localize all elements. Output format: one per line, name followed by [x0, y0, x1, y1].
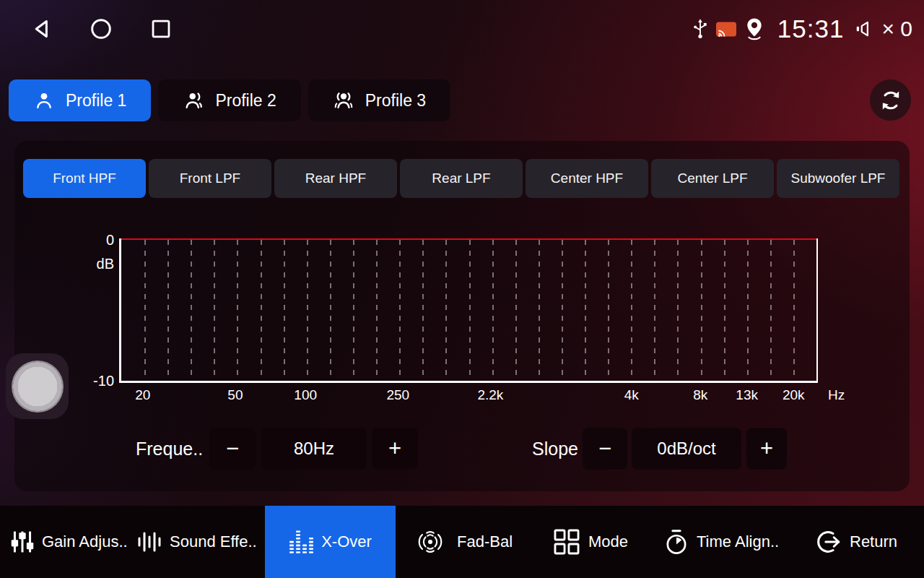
user-signal-icon [183, 90, 204, 111]
frequency-label: Freque.. [136, 428, 203, 470]
nav-fad-bal[interactable]: Fad-Bal [411, 506, 513, 578]
home-button[interactable] [87, 15, 115, 43]
location-icon [744, 17, 765, 41]
chart-gridline [608, 240, 609, 381]
tab-profile-2[interactable]: Profile 2 [158, 79, 300, 121]
tab-rear-lpf[interactable]: Rear LPF [400, 159, 523, 198]
chart-gridline [191, 240, 192, 381]
nav-mode[interactable]: Mode [553, 506, 628, 578]
sync-icon [879, 88, 903, 113]
nav-x-over[interactable]: X-Over [265, 506, 396, 578]
chart-gridline [307, 240, 308, 381]
profile-bar: Profile 1 Profile 2 Profile 3 [9, 79, 450, 121]
nav-return[interactable]: Return [816, 506, 897, 578]
nav-label: Return [850, 532, 897, 551]
chart-gridline [747, 240, 749, 381]
chart-gridline [654, 240, 655, 381]
cast-icon [715, 20, 737, 38]
profile-label: Profile 1 [66, 91, 126, 111]
profile-label: Profile 3 [365, 91, 426, 111]
chart-gridline [167, 240, 169, 381]
tab-center-hpf[interactable]: Center HPF [526, 159, 648, 198]
nav-time-align[interactable]: Time Align.. [664, 506, 779, 578]
nav-gain-adjust[interactable]: Gain Adjus.. [11, 506, 128, 578]
xover-panel: Front HPF Front LPF Rear HPF Rear LPF Ce… [14, 141, 910, 491]
assist-knob-circle [12, 361, 64, 413]
mode-grid-icon [553, 528, 580, 556]
x-tick-label: 2.2k [477, 387, 503, 403]
fader-balance-icon [411, 528, 449, 556]
tab-profile-3[interactable]: Profile 3 [308, 79, 450, 121]
chart-gridline [793, 240, 795, 381]
chart-gridline [770, 240, 772, 381]
nav-label: Sound Effe.. [170, 532, 257, 551]
tab-center-lpf[interactable]: Center LPF [651, 159, 774, 198]
slope-plus-button[interactable]: + [746, 428, 787, 470]
chart-gridline [469, 240, 471, 381]
chart-gridline [422, 240, 424, 381]
filter-tab-bar: Front HPF Front LPF Rear HPF Rear LPF Ce… [23, 159, 899, 198]
volume-level: × 0 [881, 17, 912, 41]
slope-label: Slope [532, 428, 578, 470]
x-tick-label: 20 [135, 387, 150, 403]
tab-subwoofer-lpf[interactable]: Subwoofer LPF [777, 159, 899, 198]
floating-assist-button[interactable] [6, 353, 69, 419]
back-icon [30, 17, 53, 40]
chart-gridline [237, 240, 238, 381]
x-tick-label: 250 [386, 387, 409, 403]
chart-gridline [631, 240, 632, 381]
y-tick-label: 0 [106, 232, 114, 249]
volume-muted-icon [855, 19, 873, 39]
sync-button[interactable] [870, 79, 911, 121]
chart-gridline [353, 240, 354, 381]
chart-gridline [144, 240, 146, 381]
recents-button[interactable] [147, 15, 175, 43]
nav-label: Time Align.. [697, 532, 779, 551]
frequency-minus-button[interactable]: − [209, 428, 256, 470]
frequency-plus-button[interactable]: + [372, 428, 418, 470]
tab-rear-hpf[interactable]: Rear HPF [274, 159, 397, 198]
x-tick-label: 8k [693, 387, 707, 403]
profile-label: Profile 2 [215, 91, 276, 111]
chart-gridline [724, 240, 725, 381]
x-tick-label: 13k [736, 387, 758, 403]
y-tick-label: -10 [93, 373, 114, 389]
back-button[interactable] [27, 15, 55, 43]
x-tick-label: 50 [227, 387, 243, 403]
user-broadcast-icon [333, 90, 354, 111]
chart-gridline [515, 240, 517, 381]
chart-gridline [284, 240, 285, 381]
nav-label: X-Over [321, 532, 372, 551]
chart-plot: 0 dB -10 Hz 20501002502.2k4k8k13k20k [119, 238, 818, 383]
usb-icon [692, 17, 709, 40]
x-axis-unit: Hz [828, 387, 845, 403]
gain-sliders-icon [11, 530, 34, 553]
home-icon [90, 17, 113, 40]
x-tick-label: 20k [783, 387, 805, 403]
slope-value: 0dB/oct [632, 428, 741, 470]
slope-minus-button[interactable]: − [583, 428, 627, 470]
chart-gridline [562, 240, 563, 381]
return-arrow-icon [816, 529, 842, 555]
chart-gridline [677, 240, 679, 381]
bottom-nav: Gain Adjus.. Sound Effe.. X-Over [0, 506, 924, 578]
tab-front-hpf[interactable]: Front HPF [23, 159, 146, 198]
chart-gridline [445, 240, 447, 381]
user-icon [33, 90, 55, 111]
chart-gridline [492, 240, 494, 381]
status-bar: 15:31 × 0 [0, 0, 924, 58]
stopwatch-icon [664, 529, 689, 555]
nav-sound-effect[interactable]: Sound Effe.. [137, 506, 257, 578]
chart-gridline [330, 240, 331, 381]
chart-gridline [376, 240, 378, 381]
chart-gridline [585, 240, 586, 381]
nav-label: Mode [588, 532, 628, 551]
frequency-value: 80Hz [261, 428, 367, 470]
tab-front-lpf[interactable]: Front LPF [149, 159, 271, 198]
tab-profile-1[interactable]: Profile 1 [9, 79, 151, 121]
chart-gridline [399, 240, 401, 381]
x-tick-label: 100 [294, 387, 317, 403]
sound-effect-icon [137, 530, 162, 553]
equalizer-icon [289, 530, 313, 554]
y-axis-unit: dB [97, 256, 114, 272]
